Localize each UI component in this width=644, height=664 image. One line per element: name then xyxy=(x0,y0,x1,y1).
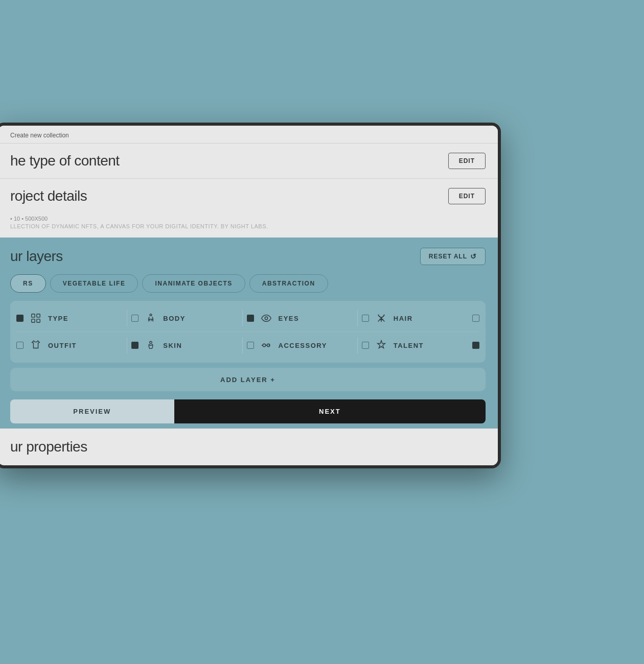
outfit-label: OUTFIT xyxy=(48,342,77,349)
reset-all-button[interactable]: RESET ALL ↺ xyxy=(420,248,486,265)
divider xyxy=(242,337,243,353)
svg-point-8 xyxy=(150,341,152,344)
layers-header: ur layers RESET ALL ↺ xyxy=(10,248,486,265)
project-description: LLECTION OF DYNAMIC NFTS, A CANVAS FOR Y… xyxy=(10,223,486,229)
outfit-checkbox[interactable] xyxy=(16,342,24,349)
content-type-edit-button[interactable]: EDIT xyxy=(448,153,486,169)
layer-row-2: OUTFIT SKIN xyxy=(16,332,479,359)
svg-point-5 xyxy=(265,317,268,320)
layer-cell-eyes: EYES xyxy=(247,311,353,325)
layer-cell-talent: TALENT xyxy=(362,338,468,352)
reset-icon: ↺ xyxy=(470,252,477,260)
content-type-row: he type of content EDIT xyxy=(0,143,498,178)
tab-characters[interactable]: RS xyxy=(10,274,46,293)
content-type-title: he type of content xyxy=(10,153,120,169)
project-details-edit-button[interactable]: EDIT xyxy=(448,188,486,204)
body-icon xyxy=(144,311,158,325)
type-checkbox[interactable] xyxy=(16,315,24,322)
device-frame: Create new collection he type of content… xyxy=(0,123,501,468)
divider xyxy=(357,337,358,353)
bottom-section: ur properties xyxy=(0,429,498,465)
tabs-row: RS VEGETABLE LIFE INANIMATE OBJECTS ABST… xyxy=(10,274,486,293)
top-section: Create new collection he type of content… xyxy=(0,126,498,238)
layer-cell-accessory: ACCESSORY xyxy=(247,338,353,352)
layer-cell-hair: HAIR xyxy=(362,311,468,325)
tab-abstraction[interactable]: ABSTRACTION xyxy=(249,274,328,293)
body-checkbox[interactable] xyxy=(131,315,139,322)
accessory-label: ACCESSORY xyxy=(279,342,327,349)
svg-rect-2 xyxy=(32,319,35,322)
layer-cell-outfit: OUTFIT xyxy=(16,338,123,352)
add-layer-button[interactable]: ADD LAYER + xyxy=(10,368,486,391)
layer-row-1: TYPE BODY xyxy=(16,305,479,332)
accessory-checkbox[interactable] xyxy=(247,342,254,349)
project-meta: • 10 • 500X500 LLECTION OF DYNAMIC NFTS,… xyxy=(0,214,498,238)
layer-cell-body: BODY xyxy=(131,311,238,325)
hair-icon xyxy=(374,311,388,325)
svg-rect-3 xyxy=(37,319,40,322)
divider xyxy=(127,337,127,353)
reset-all-label: RESET ALL xyxy=(429,253,467,260)
breadcrumb: Create new collection xyxy=(0,126,498,143)
hair-extra-checkbox[interactable] xyxy=(472,315,479,322)
project-details-row: roject details EDIT xyxy=(0,178,498,214)
talent-checkbox[interactable] xyxy=(362,342,369,349)
skin-icon xyxy=(144,338,158,352)
eyes-icon xyxy=(259,311,273,325)
svg-rect-0 xyxy=(32,314,35,317)
talent-extra-checkbox[interactable] xyxy=(472,342,479,349)
project-meta-size: • 10 • 500X500 xyxy=(10,216,486,222)
skin-label: SKIN xyxy=(163,342,182,349)
device-screen: Create new collection he type of content… xyxy=(0,126,498,465)
hair-label: HAIR xyxy=(394,315,413,322)
divider xyxy=(357,310,358,326)
layers-title: ur layers xyxy=(10,248,63,265)
ur-properties-title: ur properties xyxy=(10,439,486,455)
svg-rect-1 xyxy=(37,314,40,317)
add-layer-label: ADD LAYER + xyxy=(220,376,275,384)
accessory-icon xyxy=(259,338,273,352)
talent-icon xyxy=(374,338,388,352)
type-label: TYPE xyxy=(48,315,68,322)
bottom-nav: PREVIEW NEXT xyxy=(10,399,486,423)
tab-inanimate-objects[interactable]: INANIMATE OBJECTS xyxy=(142,274,245,293)
eyes-label: EYES xyxy=(279,315,300,322)
hair-checkbox[interactable] xyxy=(362,315,369,322)
divider xyxy=(127,310,127,326)
divider xyxy=(242,310,243,326)
svg-point-4 xyxy=(150,314,152,316)
breadcrumb-label: Create new collection xyxy=(10,132,69,139)
layer-cell-skin: SKIN xyxy=(131,338,238,352)
talent-label: TALENT xyxy=(394,342,424,349)
eyes-checkbox[interactable] xyxy=(247,315,254,322)
preview-button[interactable]: PREVIEW xyxy=(10,399,174,423)
project-details-title: roject details xyxy=(10,188,87,204)
outfit-icon xyxy=(29,338,43,352)
skin-checkbox[interactable] xyxy=(131,342,139,349)
layer-cell-type: TYPE xyxy=(16,311,123,325)
type-icon xyxy=(29,311,43,325)
layers-grid: TYPE BODY xyxy=(10,301,486,363)
layers-section: ur layers RESET ALL ↺ RS VEGETABLE LIFE … xyxy=(0,238,498,429)
svg-point-9 xyxy=(263,344,266,347)
tab-vegetable-life[interactable]: VEGETABLE LIFE xyxy=(50,274,139,293)
next-button[interactable]: NEXT xyxy=(174,399,486,423)
body-label: BODY xyxy=(163,315,186,322)
